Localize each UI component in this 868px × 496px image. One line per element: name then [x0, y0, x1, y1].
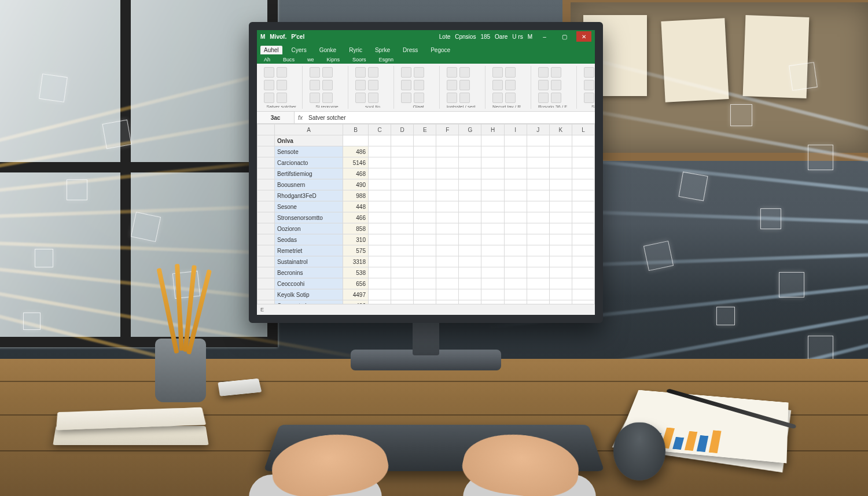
cell[interactable]	[391, 223, 414, 234]
tab[interactable]: Ah	[260, 56, 274, 64]
ribbon-button[interactable]	[401, 93, 411, 103]
cell[interactable]	[343, 135, 369, 146]
column-header[interactable]: J	[527, 124, 549, 135]
ribbon-button[interactable]	[368, 93, 378, 103]
cell[interactable]	[391, 300, 414, 304]
cell[interactable]	[436, 157, 459, 168]
cell[interactable]	[436, 289, 459, 300]
ribbon-button[interactable]	[584, 80, 594, 90]
cell[interactable]	[549, 168, 572, 179]
cell[interactable]	[572, 179, 594, 190]
cell[interactable]	[369, 157, 391, 168]
cell[interactable]: 4497	[343, 289, 369, 300]
cell[interactable]	[481, 234, 504, 245]
cell[interactable]	[481, 245, 504, 256]
cell[interactable]	[369, 223, 391, 234]
ribbon-button[interactable]	[355, 93, 366, 103]
ribbon-button[interactable]	[355, 67, 366, 78]
cell[interactable]	[369, 168, 391, 179]
row-header[interactable]	[258, 223, 275, 234]
tab[interactable]: Auhel	[260, 46, 282, 54]
tab[interactable]: Gonke	[316, 46, 340, 54]
row-header[interactable]	[258, 300, 275, 304]
cell[interactable]	[549, 135, 572, 146]
cell[interactable]: 656	[343, 278, 369, 289]
cell[interactable]	[436, 135, 459, 146]
cell[interactable]	[414, 267, 436, 278]
row-header[interactable]	[258, 168, 275, 179]
cell[interactable]	[414, 289, 436, 300]
row-header[interactable]	[258, 256, 275, 267]
cell[interactable]	[504, 190, 527, 201]
cell[interactable]: Stronsenorsomtto	[275, 212, 343, 223]
cell[interactable]	[504, 256, 527, 267]
cell[interactable]	[549, 300, 572, 304]
cell[interactable]	[504, 300, 527, 304]
cell[interactable]	[459, 245, 481, 256]
cell[interactable]: Oozioron	[275, 223, 343, 234]
formula-input[interactable]: Satver sotcher	[306, 112, 595, 123]
cell[interactable]	[572, 267, 594, 278]
cell[interactable]: Keyolk Sotip	[275, 289, 343, 300]
row-header[interactable]	[258, 278, 275, 289]
ribbon-button[interactable]	[368, 80, 378, 90]
cell[interactable]	[481, 146, 504, 157]
ribbon-button[interactable]	[277, 80, 287, 90]
cell[interactable]	[527, 267, 549, 278]
ribbon-button[interactable]	[310, 67, 320, 78]
cell[interactable]: 310	[343, 234, 369, 245]
cell[interactable]: Onlva	[275, 135, 343, 146]
cell[interactable]	[414, 278, 436, 289]
cell[interactable]	[481, 201, 504, 212]
minimize-button[interactable]: –	[537, 31, 552, 42]
cell[interactable]	[369, 278, 391, 289]
cell[interactable]	[459, 157, 481, 168]
cell[interactable]: 575	[343, 245, 369, 256]
cell[interactable]	[459, 190, 481, 201]
cell[interactable]	[572, 201, 594, 212]
cell[interactable]	[504, 267, 527, 278]
cell[interactable]	[504, 168, 527, 179]
cell[interactable]	[549, 190, 572, 201]
cell[interactable]	[391, 267, 414, 278]
cell[interactable]	[414, 223, 436, 234]
ribbon-button[interactable]	[459, 93, 470, 103]
ribbon-button[interactable]	[492, 67, 503, 78]
cell[interactable]	[549, 278, 572, 289]
cell[interactable]	[436, 300, 459, 304]
column-header[interactable]: C	[369, 124, 391, 135]
cell[interactable]: 988	[343, 190, 369, 201]
cell[interactable]: 538	[343, 267, 369, 278]
cell[interactable]	[414, 256, 436, 267]
ribbon-button[interactable]	[505, 80, 516, 90]
ribbon-button[interactable]	[459, 80, 470, 90]
ribbon-button[interactable]	[492, 93, 503, 103]
cell[interactable]	[436, 190, 459, 201]
cell[interactable]	[504, 278, 527, 289]
cell[interactable]	[549, 267, 572, 278]
maximize-button[interactable]: ▢	[557, 31, 572, 42]
cell[interactable]	[549, 256, 572, 267]
cell[interactable]	[549, 234, 572, 245]
cell[interactable]	[572, 212, 594, 223]
cell[interactable]	[504, 146, 527, 157]
cell[interactable]	[527, 168, 549, 179]
column-header[interactable]: K	[549, 124, 572, 135]
tab[interactable]: Esgnn	[376, 56, 398, 64]
row-header[interactable]	[258, 179, 275, 190]
cell[interactable]	[436, 245, 459, 256]
cell[interactable]: Bertifstiemiog	[275, 168, 343, 179]
cell[interactable]	[414, 300, 436, 304]
ribbon-button[interactable]	[277, 93, 287, 103]
column-header[interactable]: G	[459, 124, 481, 135]
cell[interactable]	[459, 267, 481, 278]
ribbon-button[interactable]	[277, 67, 287, 78]
column-header[interactable]: D	[391, 124, 414, 135]
tab[interactable]: Bucs	[279, 56, 298, 64]
cell[interactable]	[414, 245, 436, 256]
row-header[interactable]	[258, 234, 275, 245]
cell[interactable]	[436, 146, 459, 157]
cell[interactable]	[369, 256, 391, 267]
tab[interactable]: Dress	[399, 46, 421, 54]
tab[interactable]: Pegoce	[427, 46, 454, 54]
